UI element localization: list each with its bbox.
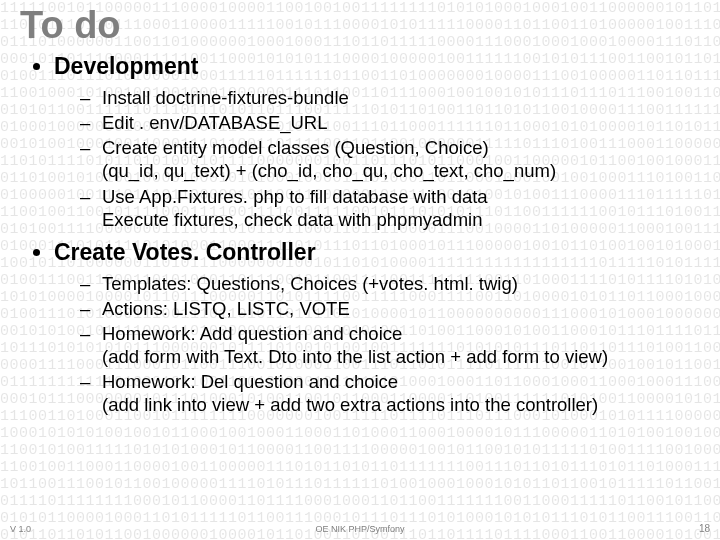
list-item: Use App.Fixtures. php to fill database w… [102,185,700,231]
slide-content: To do Development Install doctrine-fixtu… [0,0,720,540]
section-heading: Create Votes. Controller [54,239,316,265]
section-development: Development Install doctrine-fixtures-bu… [54,53,700,231]
item-text: Edit . env/DATABASE_URL [102,112,328,133]
item-text: Install doctrine-fixtures-bundle [102,87,349,108]
item-text: Use App.Fixtures. php to fill database w… [102,186,488,207]
list-item: Homework: Del question and choice (add l… [102,370,700,416]
item-text: Homework: Add question and choice [102,323,402,344]
item-text: Actions: LISTQ, LISTC, VOTE [102,298,350,319]
top-list: Development Install doctrine-fixtures-bu… [20,53,700,417]
item-text: Create entity model classes (Question, C… [102,137,489,158]
section-controller: Create Votes. Controller Templates: Ques… [54,239,700,417]
list-item: Homework: Add question and choice (add f… [102,322,700,368]
item-text: Templates: Questions, Choices (+votes. h… [102,273,518,294]
list-item: Actions: LISTQ, LISTC, VOTE [102,297,700,320]
list-item: Templates: Questions, Choices (+votes. h… [102,272,700,295]
list-item: Create entity model classes (Question, C… [102,136,700,182]
section-heading: Development [54,53,198,79]
sub-list: Install doctrine-fixtures-bundle Edit . … [54,86,700,231]
item-cont: Execute fixtures, check data with phpmya… [102,208,700,231]
page-title: To do [20,4,700,47]
item-cont: (add link into view + add two extra acti… [102,393,700,416]
item-cont: (add form with Text. Dto into the list a… [102,345,700,368]
list-item: Edit . env/DATABASE_URL [102,111,700,134]
sub-list: Templates: Questions, Choices (+votes. h… [54,272,700,417]
item-cont: (qu_id, qu_text) + (cho_id, cho_qu, cho_… [102,159,700,182]
item-text: Homework: Del question and choice [102,371,398,392]
list-item: Install doctrine-fixtures-bundle [102,86,700,109]
